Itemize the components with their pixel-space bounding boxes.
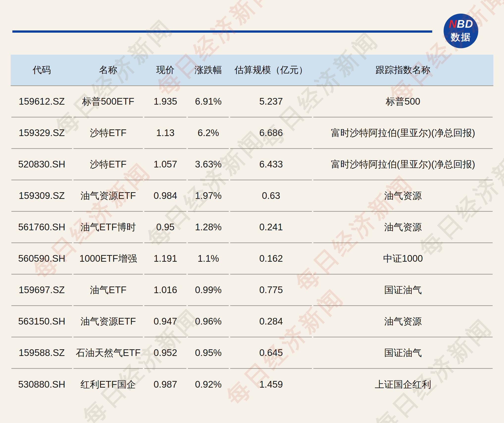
cell-price: 0.987 <box>144 369 186 400</box>
cell-code: 560590.SH <box>11 243 72 275</box>
cell-name: 沙特ETF <box>74 118 143 149</box>
cell-index: 油气资源 <box>313 180 493 212</box>
nbd-logo-n: N <box>449 18 457 30</box>
cell-name: 油气资源ETF <box>74 306 143 337</box>
cell-index: 油气资源 <box>313 212 493 243</box>
cell-price: 0.95 <box>144 212 186 243</box>
table-row: 159309.SZ 油气资源ETF 0.984 1.97% 0.63 油气资源 <box>11 180 493 212</box>
column-header-name: 名称 <box>74 55 143 85</box>
nbd-logo: NBD 数据 <box>444 14 478 48</box>
cell-price: 1.13 <box>144 118 186 149</box>
cell-change: 6.91% <box>188 86 229 118</box>
cell-change: 1.28% <box>188 212 229 243</box>
cell-scale: 0.162 <box>230 243 312 275</box>
column-header-code: 代码 <box>11 55 72 85</box>
cell-name: 油气ETF博时 <box>74 212 143 243</box>
header-accent-line <box>12 30 432 33</box>
column-header-change: 涨跌幅 <box>188 55 229 85</box>
nbd-logo-cn: 数据 <box>451 31 471 44</box>
cell-index: 国证油气 <box>313 337 493 369</box>
cell-index: 富时沙特阿拉伯(里亚尔)(净总回报) <box>313 149 493 180</box>
cell-change: 6.2% <box>188 118 229 149</box>
cell-scale: 0.284 <box>230 306 312 337</box>
cell-code: 159697.SZ <box>11 275 72 306</box>
cell-change: 0.95% <box>188 337 229 369</box>
cell-scale: 6.686 <box>230 118 312 149</box>
table-row: 159588.SZ 石油天然气ETF 0.952 0.95% 0.645 国证油… <box>11 337 493 369</box>
cell-change: 3.63% <box>188 149 229 180</box>
cell-scale: 0.63 <box>230 180 312 212</box>
cell-price: 1.191 <box>144 243 186 275</box>
cell-price: 0.952 <box>144 337 186 369</box>
cell-price: 1.016 <box>144 275 186 306</box>
cell-scale: 0.775 <box>230 275 312 306</box>
column-header-index: 跟踪指数名称 <box>313 55 493 85</box>
cell-name: 油气资源ETF <box>74 180 143 212</box>
table-row: 159697.SZ 油气ETF 1.016 0.99% 0.775 国证油气 <box>11 275 493 306</box>
table-row: 560590.SH 1000ETF增强 1.191 1.1% 0.162 中证1… <box>11 243 493 275</box>
table-header-row: 代码 名称 现价 涨跌幅 估算规模（亿元） 跟踪指数名称 <box>11 55 493 86</box>
cell-price: 0.984 <box>144 180 186 212</box>
column-header-scale: 估算规模（亿元） <box>230 55 312 85</box>
table-row: 159329.SZ 沙特ETF 1.13 6.2% 6.686 富时沙特阿拉伯(… <box>11 118 493 149</box>
cell-change: 0.92% <box>188 369 229 400</box>
cell-name: 沙特ETF <box>74 149 143 180</box>
cell-name: 红利ETF国企 <box>74 369 143 400</box>
cell-code: 159329.SZ <box>11 118 72 149</box>
cell-index: 上证国企红利 <box>313 369 493 400</box>
cell-scale: 0.645 <box>230 337 312 369</box>
cell-index: 富时沙特阿拉伯(里亚尔)(净总回报) <box>313 118 493 149</box>
cell-name: 标普500ETF <box>74 86 143 118</box>
nbd-logo-bd: BD <box>457 18 473 30</box>
cell-change: 1.97% <box>188 180 229 212</box>
cell-change: 0.99% <box>188 275 229 306</box>
nbd-logo-text: NBD <box>449 19 473 29</box>
cell-code: 159612.SZ <box>11 86 72 118</box>
cell-price: 0.947 <box>144 306 186 337</box>
table-row: 520830.SH 沙特ETF 1.057 3.63% 6.433 富时沙特阿拉… <box>11 149 493 180</box>
cell-code: 159309.SZ <box>11 180 72 212</box>
cell-change: 0.96% <box>188 306 229 337</box>
table-body: 159612.SZ 标普500ETF 1.935 6.91% 5.237 标普5… <box>11 86 493 400</box>
cell-code: 159588.SZ <box>11 337 72 369</box>
cell-index: 中证1000 <box>313 243 493 275</box>
cell-code: 563150.SH <box>11 306 72 337</box>
cell-scale: 5.237 <box>230 86 312 118</box>
cell-scale: 6.433 <box>230 149 312 180</box>
cell-name: 1000ETF增强 <box>74 243 143 275</box>
cell-index: 国证油气 <box>313 275 493 306</box>
cell-price: 1.057 <box>144 149 186 180</box>
table-row: 530880.SH 红利ETF国企 0.987 0.92% 1.459 上证国企… <box>11 369 493 400</box>
cell-code: 530880.SH <box>11 369 72 400</box>
table-row: 563150.SH 油气资源ETF 0.947 0.96% 0.284 油气资源 <box>11 306 493 337</box>
table-row: 159612.SZ 标普500ETF 1.935 6.91% 5.237 标普5… <box>11 86 493 118</box>
cell-price: 1.935 <box>144 86 186 118</box>
cell-index: 标普500 <box>313 86 493 118</box>
cell-code: 520830.SH <box>11 149 72 180</box>
cell-index: 油气资源 <box>313 306 493 337</box>
column-header-price: 现价 <box>144 55 186 85</box>
cell-change: 1.1% <box>188 243 229 275</box>
etf-table: 代码 名称 现价 涨跌幅 估算规模（亿元） 跟踪指数名称 159612.SZ 标… <box>11 55 493 400</box>
cell-name: 油气ETF <box>74 275 143 306</box>
cell-scale: 0.241 <box>230 212 312 243</box>
table-row: 561760.SH 油气ETF博时 0.95 1.28% 0.241 油气资源 <box>11 212 493 243</box>
cell-name: 石油天然气ETF <box>74 337 143 369</box>
cell-code: 561760.SH <box>11 212 72 243</box>
cell-scale: 1.459 <box>230 369 312 400</box>
